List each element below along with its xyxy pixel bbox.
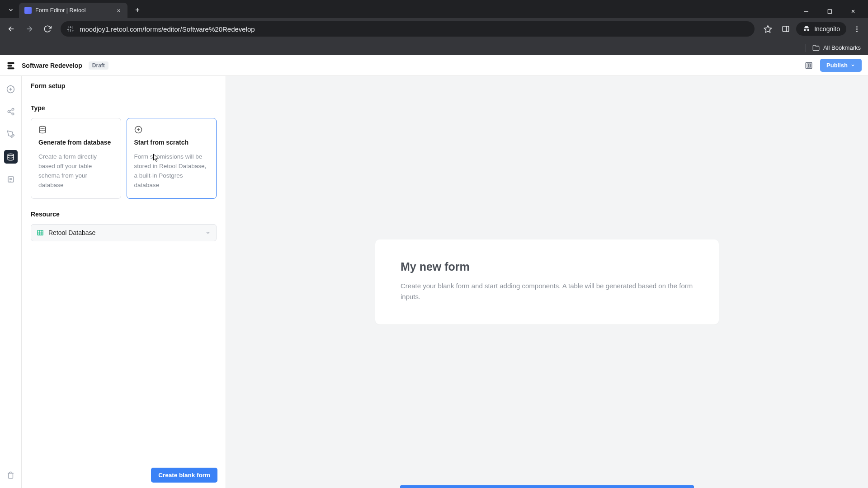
rail-share-button[interactable] bbox=[4, 105, 18, 118]
svg-point-36 bbox=[12, 113, 14, 115]
svg-point-24 bbox=[856, 31, 858, 32]
resource-select[interactable]: Retool Database bbox=[31, 224, 217, 241]
svg-rect-29 bbox=[807, 64, 808, 67]
browser-menu-button[interactable] bbox=[849, 21, 864, 37]
svg-point-34 bbox=[12, 108, 14, 111]
card-desc: Form submissions will be stored in Retoo… bbox=[134, 152, 209, 190]
svg-line-37 bbox=[9, 112, 12, 113]
favicon-icon bbox=[24, 7, 32, 14]
rail-theme-button[interactable] bbox=[4, 127, 18, 141]
bookmark-star-button[interactable] bbox=[760, 21, 775, 37]
retool-logo-icon[interactable] bbox=[6, 61, 15, 70]
resource-value: Retool Database bbox=[48, 229, 95, 236]
new-tab-button[interactable] bbox=[131, 4, 144, 16]
incognito-label: Incognito bbox=[814, 25, 840, 33]
plus-circle-icon bbox=[134, 126, 209, 134]
all-bookmarks-label: All Bookmarks bbox=[823, 44, 861, 51]
tab-title: Form Editor | Retool bbox=[35, 7, 111, 14]
nav-back-button[interactable] bbox=[4, 21, 19, 37]
card-title: Generate from database bbox=[38, 138, 113, 147]
svg-point-44 bbox=[39, 127, 46, 129]
chevron-down-icon bbox=[850, 63, 855, 68]
form-preview-title: My new form bbox=[401, 260, 693, 273]
database-icon bbox=[38, 126, 113, 134]
form-canvas: My new form Create your blank form and s… bbox=[226, 76, 868, 488]
incognito-icon bbox=[802, 25, 811, 33]
svg-point-35 bbox=[8, 111, 10, 113]
divider bbox=[806, 44, 806, 52]
rail-data-button[interactable] bbox=[4, 150, 18, 164]
table-icon bbox=[37, 229, 44, 236]
app-title: Software Redevelop bbox=[22, 62, 82, 69]
browser-tab[interactable]: Form Editor | Retool bbox=[19, 3, 127, 18]
rail-delete-button[interactable] bbox=[4, 468, 18, 482]
svg-point-39 bbox=[8, 154, 14, 155]
svg-rect-20 bbox=[783, 26, 789, 32]
svg-marker-19 bbox=[764, 25, 771, 32]
svg-point-22 bbox=[856, 26, 858, 28]
responses-button[interactable] bbox=[802, 59, 816, 72]
address-bar[interactable]: moodjoy1.retool.com/forms/editor/Softwar… bbox=[61, 21, 755, 37]
form-preview-card: My new form Create your blank form and s… bbox=[375, 239, 719, 324]
publish-label: Publish bbox=[826, 62, 848, 69]
nav-reload-button[interactable] bbox=[40, 21, 55, 37]
window-maximize-button[interactable] bbox=[823, 5, 836, 18]
window-close-button[interactable] bbox=[846, 5, 860, 18]
bottom-accent-bar bbox=[400, 485, 694, 488]
card-title: Start from scratch bbox=[134, 138, 209, 147]
svg-rect-25 bbox=[8, 62, 14, 64]
svg-rect-30 bbox=[809, 64, 811, 67]
all-bookmarks-button[interactable]: All Bookmarks bbox=[812, 44, 861, 52]
rail-actions-button[interactable] bbox=[4, 173, 18, 186]
rail-add-button[interactable] bbox=[4, 82, 18, 96]
status-badge: Draft bbox=[89, 61, 108, 70]
chevron-down-icon bbox=[205, 230, 211, 235]
svg-rect-27 bbox=[8, 67, 14, 69]
svg-rect-48 bbox=[38, 230, 43, 235]
side-panel-button[interactable] bbox=[778, 21, 793, 37]
left-rail bbox=[0, 76, 22, 488]
svg-point-23 bbox=[856, 28, 858, 30]
app-header: Software Redevelop Draft Publish bbox=[0, 55, 868, 76]
url-text: moodjoy1.retool.com/forms/editor/Softwar… bbox=[80, 25, 255, 33]
form-preview-desc: Create your blank form and start adding … bbox=[401, 281, 693, 302]
svg-rect-5 bbox=[828, 9, 831, 13]
publish-button[interactable]: Publish bbox=[820, 59, 862, 72]
folder-icon bbox=[812, 44, 820, 52]
site-settings-icon[interactable] bbox=[67, 25, 74, 33]
window-minimize-button[interactable] bbox=[799, 5, 813, 18]
type-card-start-from-scratch[interactable]: Start from scratch Form submissions will… bbox=[127, 118, 217, 199]
type-card-generate-from-database[interactable]: Generate from database Create a form dir… bbox=[31, 118, 121, 199]
svg-rect-26 bbox=[8, 65, 12, 66]
nav-forward-button[interactable] bbox=[22, 21, 37, 37]
panel-title: Form setup bbox=[22, 76, 226, 96]
resource-section-label: Resource bbox=[31, 211, 217, 218]
type-section-label: Type bbox=[31, 104, 217, 112]
tab-close-button[interactable] bbox=[115, 7, 122, 14]
card-desc: Create a form directly based off your ta… bbox=[38, 152, 113, 190]
svg-line-38 bbox=[9, 110, 12, 111]
incognito-chip[interactable]: Incognito bbox=[796, 22, 846, 36]
tab-search-dropdown[interactable] bbox=[5, 4, 17, 16]
create-blank-form-button[interactable]: Create blank form bbox=[151, 468, 217, 483]
